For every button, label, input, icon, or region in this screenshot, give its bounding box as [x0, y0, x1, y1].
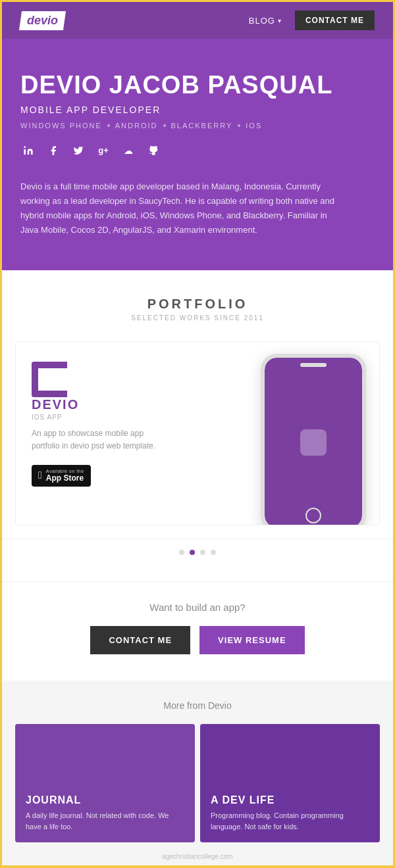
hero-name: DEVIO JACOB PASQUAL	[20, 72, 375, 99]
contact-me-button[interactable]: CONTACT ME	[90, 626, 190, 654]
nav-contact-button[interactable]: CONTACT ME	[295, 11, 375, 30]
nav-blog-link[interactable]: BLOG ▾	[249, 16, 282, 26]
devlife-title: A DEV LIFE	[211, 794, 369, 806]
card-left: DEVIO IOS APP An app to showcase mobile …	[16, 342, 248, 525]
cta-question: Want to build an app?	[15, 602, 380, 613]
portfolio-section: PORTFOLIO SELECTED WORKS SINCE 2011 DEVI…	[2, 270, 393, 581]
appstore-name-label: App Store	[46, 473, 84, 483]
platform-dot-1	[107, 124, 110, 127]
more-grid: JOURNAL A daily life journal. Not relate…	[15, 724, 380, 842]
appstore-text: Available on the App Store	[46, 469, 84, 483]
chevron-down-icon: ▾	[278, 17, 282, 24]
cta-section: Want to build an app? CONTACT ME VIEW RE…	[2, 581, 393, 681]
cta-buttons: CONTACT ME VIEW RESUME	[15, 626, 380, 654]
phone-screen-app-icon	[300, 429, 327, 456]
devlife-desc: Programming blog. Contain programming la…	[211, 810, 369, 832]
app-type: IOS APP	[32, 414, 232, 421]
more-section: More from Devio JOURNAL A daily life jou…	[2, 681, 393, 865]
platform-blackberry: BLACKBERRY	[171, 122, 233, 130]
logo[interactable]: devio	[19, 11, 66, 30]
platform-windows: WINDOWS PHONE	[20, 122, 102, 130]
platform-ios: IOS	[246, 122, 262, 130]
hero-bio: Devio is a full time mobile app develope…	[20, 180, 336, 237]
apple-icon: 	[38, 470, 42, 481]
portfolio-title: PORTFOLIO	[2, 297, 393, 312]
phone-screen	[265, 358, 362, 525]
card-right	[248, 342, 379, 525]
hero-title: MOBILE APP DEVELOPER	[20, 105, 375, 115]
carousel-dot-1[interactable]	[179, 550, 184, 555]
journal-desc: A daily life journal. Not related with c…	[26, 810, 184, 832]
phone-notch	[300, 363, 327, 367]
logo-text: devio	[27, 14, 58, 28]
blog-label: BLOG	[249, 16, 275, 26]
linkedin-icon[interactable]	[20, 143, 36, 158]
journal-title: JOURNAL	[26, 794, 184, 806]
portfolio-subtitle: SELECTED WORKS SINCE 2011	[2, 314, 393, 322]
appstore-badge[interactable]:  Available on the App Store	[32, 465, 91, 487]
googleplus-icon[interactable]: g+	[95, 143, 111, 158]
hero-platforms: WINDOWS PHONE ANDROID BLACKBERRY IOS	[20, 122, 375, 130]
app-desc: An app to showcase mobile app portfolio …	[32, 427, 163, 452]
more-card-devlife[interactable]: A DEV LIFE Programming blog. Contain pro…	[200, 724, 380, 842]
platform-android: ANDROID	[115, 122, 158, 130]
nav-right: BLOG ▾ CONTACT ME	[249, 11, 375, 30]
navbar: devio BLOG ▾ CONTACT ME	[2, 2, 393, 39]
c-logo-shape	[32, 362, 67, 397]
app-logo	[32, 362, 67, 397]
carousel-dot-2[interactable]	[190, 550, 195, 555]
github-icon[interactable]	[145, 143, 161, 158]
platform-dot-3	[238, 124, 240, 127]
more-title: More from Devio	[15, 700, 380, 711]
svg-point-0	[24, 146, 26, 148]
hero-section: DEVIO JACOB PASQUAL MOBILE APP DEVELOPER…	[2, 39, 393, 270]
carousel-dot-4[interactable]	[211, 550, 216, 555]
facebook-icon[interactable]	[45, 143, 61, 158]
phone-mockup	[261, 354, 366, 525]
platform-dot-2	[163, 124, 166, 127]
more-card-journal[interactable]: JOURNAL A daily life journal. Not relate…	[15, 724, 195, 842]
devlife-content: A DEV LIFE Programming blog. Contain pro…	[211, 794, 369, 832]
appstore-available-label: Available on the	[46, 469, 84, 473]
portfolio-card: DEVIO IOS APP An app to showcase mobile …	[15, 341, 380, 525]
view-resume-button[interactable]: VIEW RESUME	[199, 626, 304, 654]
carousel-dot-3[interactable]	[200, 550, 205, 555]
journal-content: JOURNAL A daily life journal. Not relate…	[26, 794, 184, 832]
phone-home-button	[305, 508, 321, 523]
twitter-icon[interactable]	[70, 143, 86, 158]
carousel-dots	[2, 539, 393, 562]
watermark: agechristiancollege.com	[15, 848, 380, 865]
skype-icon[interactable]: ☁	[120, 143, 136, 158]
hero-social: g+ ☁	[20, 143, 375, 158]
app-name: DEVIO	[32, 397, 232, 412]
